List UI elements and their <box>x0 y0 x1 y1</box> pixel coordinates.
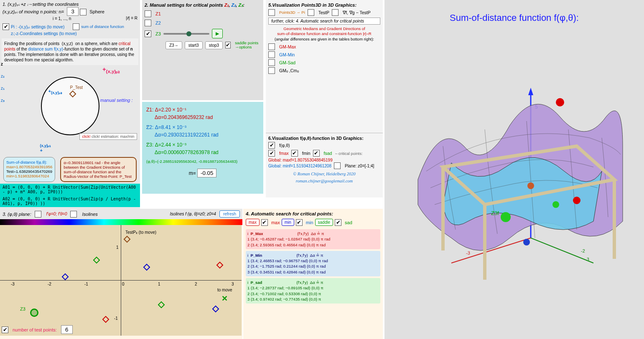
panel-3d-view[interactable]: Sum-of-distance function f(φ,θ): 5 -3 -2… <box>384 0 644 339</box>
table-min: i P_Min (f'x,f'y) Δα ≟ π 1 (3.4; 2.46853… <box>246 251 380 276</box>
testp2-label: TestP₂ (to move) <box>125 230 156 235</box>
p5-title: 5.Visualization Points3D in 3D Graphics: <box>268 3 380 8</box>
ntp-checkbox[interactable] <box>2 326 8 333</box>
z3-label: Z3 <box>155 31 161 36</box>
ntp-input[interactable] <box>61 325 73 334</box>
p5-desc: Geometric Medians and Gradient Direction… <box>268 26 380 42</box>
z2-delta: Z2: Δ=8.41 × 10⁻³ <box>146 124 259 131</box>
surface-3d[interactable]: 5 -3 -2 -3 <box>401 63 627 292</box>
pi-settings-checkbox[interactable] <box>3 23 9 30</box>
isolines-checkbox[interactable] <box>70 211 77 218</box>
point-p2[interactable]: +(x,y)ₚ₂ <box>102 66 120 74</box>
points3d-checkbox[interactable] <box>268 9 275 16</box>
m-input[interactable] <box>197 169 216 177</box>
panel-6-fviz: 6.Visualization f(φ,θ)-function in 3D Gr… <box>266 133 383 197</box>
max-btn[interactable]: max <box>246 219 260 226</box>
sad-text: sad <box>345 220 352 225</box>
min-marker-2 <box>62 273 69 281</box>
gm0-checkbox[interactable] <box>268 67 275 74</box>
testp2-marker[interactable] <box>124 236 131 243</box>
point-p1[interactable]: (x,y)ₚ₁+ <box>40 142 51 153</box>
gm-min-checkbox[interactable] <box>268 51 275 58</box>
zi-settings-label: zᵢ;-z-Coordinates settings (to move) <box>11 31 77 36</box>
gm-max-checkbox[interactable] <box>268 43 275 50</box>
z1-checkbox[interactable] <box>145 10 151 17</box>
min-btn[interactable]: min <box>282 219 294 226</box>
ntp-row: number of test points: <box>2 325 73 334</box>
sum-dist-checkbox[interactable] <box>73 23 79 30</box>
p1-title-b: (x,y,z)ₚᵢ of moving n points: <box>3 9 58 14</box>
p1-title-a: 1. (x,y)ₚᵢ +z ᵢ→setting the coordinates <box>3 2 79 7</box>
saddle-opt-checkbox[interactable] <box>225 42 231 48</box>
panel1-header: 1. (x,y)ₚᵢ +z ᵢ→setting the coordinates … <box>0 0 140 23</box>
fmax-point-1 <box>556 98 564 106</box>
estimation-button[interactable]: click! click! estimation: max/min <box>79 133 137 140</box>
y-tick-3: -3 <box>585 257 589 262</box>
z1-label: Z1 <box>155 11 161 16</box>
z3-delta: Z3: Δ=2.44 × 10⁻³ <box>146 141 259 149</box>
tbl-max-hdr: i P_Max (f'x,f'y) Δα ≟ π <box>247 231 379 236</box>
isolines-label: Isolines <box>82 212 97 217</box>
p5-row1: Points3D → Pi TestP ∇f, ∇g − TestP <box>268 9 380 16</box>
max-checkbox[interactable] <box>261 219 268 226</box>
start3-button[interactable]: start3 <box>185 41 203 49</box>
z2-tick[interactable]: z₂ <box>1 74 5 78</box>
xtick-0: 0 <box>122 282 125 286</box>
p3-header: 3. (φ,θ) plane: f'φ=0; f'θ=0 Isolines Is… <box>0 209 242 219</box>
point-p3[interactable]: +(x,y)ₚ₃ <box>48 89 62 95</box>
further-click-label: further, click: 4. Automatic search for … <box>268 18 380 25</box>
fsad-checkbox[interactable] <box>313 150 320 157</box>
p4-title: 4. Automatic search for critical points: <box>246 211 380 216</box>
z3-row: Z3 ▶ <box>145 29 261 38</box>
fsad-point-2 <box>552 201 559 208</box>
z3-slider-thumb[interactable] <box>186 31 191 36</box>
circle-plot[interactable]: +(x,y)ₚ₂ +(x,y)ₚ₃ P_Test (x,y)ₚ₁+ manual… <box>28 68 112 152</box>
z3-checkbox[interactable] <box>145 30 151 37</box>
min-marker-3 <box>212 306 219 313</box>
saddle-opt-label: saddle points →options <box>235 41 261 50</box>
z1-tick[interactable]: z₁ <box>1 86 5 91</box>
z3-goto-button[interactable]: Z3→ <box>165 41 182 49</box>
credit-line2: roman.chijner@googlemail.com <box>268 179 380 183</box>
fmax-checkbox[interactable] <box>268 150 275 157</box>
z1-row: Z1 <box>145 10 261 17</box>
stop3-button[interactable]: stop3 <box>205 41 223 49</box>
gm-sad-checkbox[interactable] <box>268 59 275 66</box>
z3-slider[interactable] <box>163 33 209 35</box>
fmin-label: fmin <box>302 151 311 156</box>
z3-tick[interactable]: z₃ <box>1 98 5 103</box>
z3-circle[interactable] <box>30 309 38 317</box>
code-a02: A02 = (0, 0, 0) + R UnitVector(Sum(Zip(p… <box>0 195 140 207</box>
gm-max-label: GM-Max <box>279 44 296 49</box>
fphi-checkbox[interactable] <box>35 211 41 218</box>
plane-label: Plane: z0=[-1;4] <box>345 164 374 168</box>
testp-checkbox[interactable] <box>308 9 314 16</box>
play-button[interactable]: ▶ <box>212 29 223 38</box>
nabla-label: ∇f, ∇g − TestP <box>343 10 371 15</box>
panel-2-results: Z1: Δ=2.20 × 10⁻¹ Δα=0.2043696259232 rad… <box>142 102 263 194</box>
fmin-checkbox[interactable] <box>291 150 298 157</box>
sumbox-test: Test=1.638290435470269 <box>6 169 52 174</box>
tbl-max-row-2: 2 (3.4; 2.59365 rad; 0.46564 rad) (0,0) … <box>247 242 379 248</box>
phi-theta-plot[interactable]: TestP₂ (to move) ✕ to move Z3 -3 -2 -1 0… <box>0 225 242 336</box>
m-input-row: m= <box>146 169 259 177</box>
xtick-3: 3 <box>232 282 234 286</box>
plane-checkbox[interactable] <box>334 162 341 169</box>
f-checkbox[interactable] <box>268 142 275 149</box>
saddle-btn[interactable]: saddle <box>315 219 333 226</box>
sphere-checkbox[interactable] <box>80 9 87 15</box>
min-checkbox[interactable] <box>296 219 303 226</box>
to-move-x[interactable]: ✕ <box>221 294 228 303</box>
sad-marker-1 <box>93 257 100 264</box>
n-input[interactable] <box>67 7 79 16</box>
z2-checkbox[interactable] <box>145 20 151 26</box>
alpha-infobox: α=0.3609118601 rad - the angle between t… <box>60 157 137 182</box>
global-max: Global: maxf=1.807553048845199 <box>268 158 380 162</box>
refresh-button[interactable]: refresh <box>219 210 240 218</box>
p3d-title: Sum-of-distance function f(φ,θ): <box>384 0 644 28</box>
to-move-label: to move <box>217 288 232 292</box>
nabla-checkbox[interactable] <box>332 9 339 16</box>
sad-checkbox[interactable] <box>335 219 341 226</box>
m-label: m= <box>189 170 196 176</box>
f-label: f(φ,θ) <box>279 143 290 148</box>
